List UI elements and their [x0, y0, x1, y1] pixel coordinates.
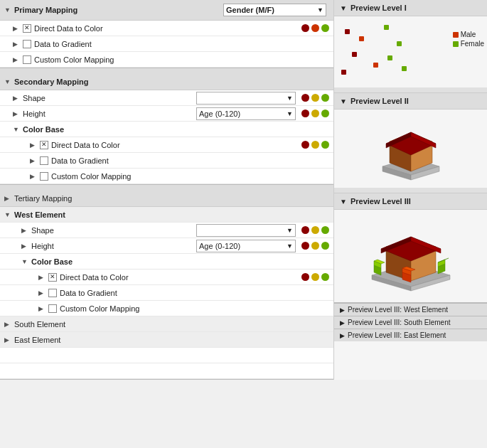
- right-separator-2: [334, 188, 487, 193]
- sub-preview-east[interactable]: ▶ Preview Level III: East Element: [334, 329, 487, 341]
- primary-custom-checkbox[interactable]: [23, 55, 31, 64]
- secondary-cb-direct-expand[interactable]: ▶: [30, 142, 37, 149]
- primary-dropdown[interactable]: Gender (M/F) ▼: [223, 4, 326, 16]
- west-shape-dropdown[interactable]: ▼: [196, 224, 296, 237]
- tertiary-mapping-label: Tertiary Mapping: [14, 194, 329, 203]
- west-expand-arrow[interactable]: ▼: [4, 211, 11, 218]
- primary-direct-color-row: ▶ Direct Data to Color: [0, 21, 333, 36]
- secondary-cb-gradient-checkbox[interactable]: [40, 156, 48, 165]
- west-height-expand[interactable]: ▶: [21, 242, 28, 250]
- secondary-mapping-header[interactable]: ▼ Secondary Mapping: [0, 74, 333, 90]
- secondary-height-dropdown[interactable]: Age (0-120) ▼: [196, 107, 296, 120]
- preview-level3-header[interactable]: ▼ Preview Level III: [334, 193, 487, 210]
- scatter-f2: [397, 41, 402, 46]
- west-shape-row: ▶ Shape ▼: [0, 223, 333, 238]
- secondary-cb-gradient-expand[interactable]: ▶: [30, 157, 37, 164]
- west-shape-dropdown-arrow: ▼: [287, 227, 293, 234]
- preview-level3-arrow: ▼: [340, 198, 347, 206]
- west-cb-direct-expand[interactable]: ▶: [38, 274, 46, 281]
- secondary-colorbase-expand[interactable]: ▼: [13, 126, 20, 133]
- secondary-height-label: Height: [23, 110, 196, 118]
- primary-expand-arrow[interactable]: ▼: [4, 6, 11, 14]
- secondary-expand-arrow[interactable]: ▼: [4, 78, 11, 85]
- primary-direct-label: Direct Data to Color: [34, 24, 299, 33]
- secondary-height-expand[interactable]: ▶: [13, 110, 20, 117]
- west-height-dropdown[interactable]: Age (0-120) ▼: [196, 240, 296, 252]
- preview-level2-header[interactable]: ▼ Preview Level II: [334, 93, 487, 110]
- secondary-cb-custom-expand[interactable]: ▶: [30, 173, 37, 180]
- secondary-cb-custom-checkbox[interactable]: [40, 172, 48, 181]
- west-cb-gradient-label: Data to Gradient: [60, 289, 333, 297]
- legend-female-label: Female: [461, 40, 484, 48]
- secondary-cb-custom-row: ▶ Custom Color Mapping: [0, 169, 333, 184]
- west-cb-direct-checkbox[interactable]: [48, 273, 57, 282]
- scatter-m3: [352, 52, 357, 57]
- secondary-cb-gradient-label: Data to Gradient: [51, 156, 333, 165]
- secondary-shape-expand[interactable]: ▶: [13, 95, 20, 102]
- west-shape-expand[interactable]: ▶: [21, 227, 28, 234]
- west-cb-custom-label: Custom Color Mapping: [60, 304, 333, 313]
- sub-preview-west[interactable]: ▶ Preview Level III: West Element: [334, 303, 487, 316]
- tertiary-mapping-header[interactable]: ▶ Tertiary Mapping: [0, 191, 333, 207]
- south-expand-arrow[interactable]: ▶: [4, 321, 11, 328]
- secondary-cb-direct-checkbox[interactable]: [40, 141, 48, 149]
- separator-1: [0, 68, 333, 74]
- west-cb-custom-expand[interactable]: ▶: [38, 305, 46, 312]
- primary-custom-row: ▶ Custom Color Mapping: [0, 52, 333, 68]
- secondary-cb-custom-label: Custom Color Mapping: [51, 172, 333, 181]
- primary-gradient-expand[interactable]: ▶: [13, 41, 20, 48]
- sub-preview-east-label: Preview Level III: East Element: [348, 331, 446, 339]
- west-cb-gradient-checkbox[interactable]: [48, 289, 57, 297]
- preview-level2-svg: [375, 117, 446, 181]
- primary-direct-dots: [301, 24, 329, 32]
- tertiary-expand-arrow[interactable]: ▶: [4, 195, 11, 202]
- west-element-header: ▼ West Element: [0, 207, 333, 223]
- secondary-height-dropdown-arrow: ▼: [287, 110, 293, 117]
- secondary-cb-direct-row: ▶ Direct Data to Color: [0, 137, 333, 153]
- primary-gradient-checkbox[interactable]: [23, 40, 31, 48]
- secondary-colorbase-row: ▼ Color Base: [0, 122, 333, 137]
- scatter-f1: [384, 25, 389, 30]
- preview-legend: Male Female: [453, 31, 484, 49]
- sub-preview-south[interactable]: ▶ Preview Level III: South Element: [334, 316, 487, 329]
- sub-preview-west-arrow: ▶: [340, 306, 345, 314]
- scatter-m4: [373, 63, 378, 68]
- dot-green-5: [321, 226, 329, 234]
- preview-level3-section: ▼ Preview Level III: [334, 193, 487, 302]
- scatter-m2: [359, 36, 364, 41]
- dot-yellow-6: [311, 273, 319, 281]
- secondary-mapping-content: ▶ Shape ▼ ▶ Height: [0, 90, 333, 184]
- empty-row-1: [0, 348, 333, 363]
- west-colorbase-expand[interactable]: ▼: [21, 258, 28, 265]
- primary-mapping-header[interactable]: ▼ Primary Mapping Gender (M/F) ▼: [0, 0, 333, 21]
- west-cb-direct-dots: [301, 273, 329, 281]
- dot-green-4: [321, 141, 329, 149]
- west-cb-custom-checkbox[interactable]: [48, 304, 57, 313]
- east-expand-arrow[interactable]: ▶: [4, 336, 11, 343]
- west-cb-gradient-expand[interactable]: ▶: [38, 289, 46, 297]
- preview-level2-arrow: ▼: [340, 97, 347, 105]
- legend-male: Male: [453, 31, 484, 38]
- secondary-shape-dropdown-arrow: ▼: [287, 95, 293, 102]
- preview-scatter: Male Female: [334, 16, 487, 87]
- primary-direct-expand[interactable]: ▶: [13, 25, 20, 32]
- preview-level1-content: Male Female: [334, 16, 487, 87]
- empty-row-2: [0, 363, 333, 379]
- east-element-label: East Element: [14, 336, 333, 344]
- preview-level2-label: Preview Level II: [350, 97, 409, 105]
- primary-direct-checkbox[interactable]: [23, 24, 31, 33]
- main-container: ▼ Primary Mapping Gender (M/F) ▼ ▶ Direc…: [0, 0, 487, 380]
- primary-custom-expand[interactable]: ▶: [13, 56, 20, 63]
- primary-dropdown-arrow: ▼: [317, 6, 323, 14]
- left-panel: ▼ Primary Mapping Gender (M/F) ▼ ▶ Direc…: [0, 0, 334, 380]
- primary-mapping-content: ▶ Direct Data to Color ▶ Data to Gradien…: [0, 21, 333, 68]
- dot-darkred-6: [301, 242, 309, 250]
- primary-gradient-row: ▶ Data to Gradient: [0, 36, 333, 52]
- sub-preview-south-label: Preview Level III: South Element: [348, 319, 451, 326]
- sub-preview-east-arrow: ▶: [340, 332, 345, 339]
- secondary-mapping-section: ▼ Secondary Mapping ▶ Shape ▼: [0, 74, 333, 185]
- preview-level3-content: [334, 210, 487, 302]
- secondary-shape-dropdown[interactable]: ▼: [196, 92, 296, 105]
- legend-female: Female: [453, 40, 484, 48]
- preview-level1-header[interactable]: ▼ Preview Level I: [334, 0, 487, 16]
